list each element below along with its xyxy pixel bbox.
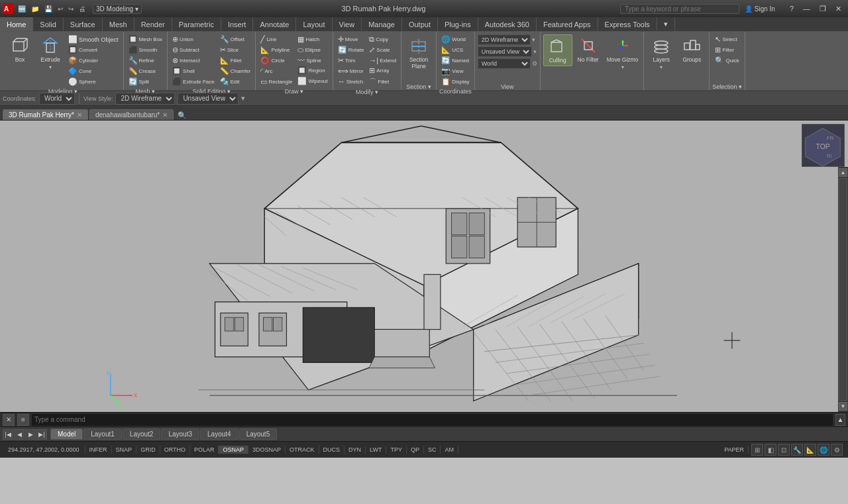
undo-button[interactable]: ↩: [56, 5, 65, 13]
print-button[interactable]: 🖨: [77, 5, 87, 13]
help-button[interactable]: ?: [786, 4, 798, 14]
box-button[interactable]: Box: [5, 34, 34, 65]
tab-annotate[interactable]: Annotate: [253, 17, 296, 31]
coord-btn5[interactable]: 📋Display: [439, 77, 471, 87]
scroll-up-btn[interactable]: ▲: [839, 168, 847, 177]
section-plane-button[interactable]: SectionPlane: [404, 34, 433, 72]
status-qp[interactable]: QP: [407, 446, 424, 454]
line-btn[interactable]: ╱Line: [258, 34, 294, 44]
copy-btn[interactable]: ⧉Copy: [367, 34, 398, 44]
trim-btn[interactable]: ✂Trim: [336, 56, 366, 66]
solid-edit-btn4[interactable]: 📏Chamfer: [218, 66, 253, 76]
extend-btn[interactable]: →|Extend: [367, 56, 398, 65]
layout-tab-layout2[interactable]: Layout2: [123, 428, 161, 440]
tab-expand[interactable]: ▾: [657, 17, 675, 31]
command-input[interactable]: [32, 414, 833, 426]
layout-tab-layout4[interactable]: Layout4: [200, 428, 238, 440]
mesh-btn5[interactable]: 🔄Split: [127, 77, 165, 87]
groups-button[interactable]: Groups: [677, 34, 706, 65]
paper-space[interactable]: PAPER: [720, 446, 749, 454]
mesh-btn1[interactable]: 🔲Mesh Box: [127, 34, 165, 44]
solid-edit-btn3[interactable]: 📐Fillet: [218, 56, 253, 66]
union-btn[interactable]: ⊕Union: [170, 34, 217, 44]
doc-tab-close-active[interactable]: ✕: [77, 111, 82, 119]
mesh-btn4[interactable]: ✏️Crease: [127, 66, 165, 76]
layout-nav-prev[interactable]: ◀: [14, 429, 25, 440]
redo-button[interactable]: ↪: [66, 5, 76, 13]
status-infer[interactable]: INFER: [85, 446, 112, 454]
status-3dosnap[interactable]: 3DOSNAP: [248, 446, 286, 454]
wipeout-btn[interactable]: ⬜Wipeout: [295, 76, 329, 86]
extrude-dropdown[interactable]: ▾: [48, 64, 53, 70]
tab-plugins[interactable]: Plug-ins: [438, 17, 478, 31]
tab-home[interactable]: Home: [0, 17, 33, 31]
status-icon-3[interactable]: ⊡: [778, 444, 790, 456]
coord-btn4[interactable]: 📷View: [439, 66, 471, 76]
polyline-btn[interactable]: 📐Polyline: [258, 45, 294, 55]
saved-view-select[interactable]: Unsaved View Top Front: [478, 46, 532, 57]
scroll-down-btn[interactable]: ▼: [839, 402, 847, 411]
mesh-btn3[interactable]: 🔧Refine: [127, 56, 165, 66]
sel-btn3[interactable]: 🔍Quick: [713, 56, 741, 66]
convert-btn1[interactable]: 🔲 Convert: [66, 45, 121, 55]
status-otrack[interactable]: OTRACK: [286, 446, 319, 454]
save-button[interactable]: 💾: [42, 5, 54, 13]
tab-render[interactable]: Render: [134, 17, 172, 31]
status-ducs[interactable]: DUCS: [319, 446, 345, 454]
culling-button[interactable]: Culling: [543, 34, 572, 66]
scroll-track[interactable]: [839, 178, 847, 401]
view-style-select[interactable]: 2D Wireframe 3D Wireframe Realistic: [478, 34, 531, 45]
tab-manage[interactable]: Manage: [362, 17, 402, 31]
status-sc[interactable]: SC: [424, 446, 441, 454]
coord-btn3[interactable]: 🔄Named: [439, 56, 471, 66]
intersect-btn[interactable]: ⊗Intersect: [170, 56, 217, 66]
scale-btn[interactable]: ⤢Scale: [367, 45, 398, 55]
rect-btn[interactable]: ▭Rectangle: [258, 77, 294, 87]
layout-nav-next[interactable]: ▶: [25, 429, 36, 440]
status-grid[interactable]: GRID: [136, 446, 160, 454]
coord-display-btn[interactable]: ⚙: [532, 60, 537, 67]
status-icon-2[interactable]: ◧: [765, 444, 776, 456]
open-button[interactable]: 📁: [29, 5, 41, 13]
gizmo-dropdown[interactable]: ▾: [620, 64, 625, 70]
ellipse-btn[interactable]: ⬭Ellipse: [295, 45, 329, 55]
coord-system-select[interactable]: World: [39, 93, 75, 105]
extrude-face-btn[interactable]: ⬛Extrude Face: [170, 77, 217, 87]
coord-display-select[interactable]: World: [478, 58, 531, 69]
stretch-btn[interactable]: ↔Stretch: [336, 77, 366, 86]
tab-layout[interactable]: Layout: [296, 17, 332, 31]
tab-view[interactable]: View: [333, 17, 362, 31]
move-gizmo-button[interactable]: Move Gizmo ▾: [604, 34, 641, 72]
tab-express[interactable]: Express Tools: [598, 17, 657, 31]
tab-solid[interactable]: Solid: [33, 17, 63, 31]
sel-btn2[interactable]: ⊞Filter: [713, 45, 741, 55]
region-btn[interactable]: 🔲Region: [295, 66, 329, 76]
layout-tab-layout3[interactable]: Layout3: [161, 428, 199, 440]
solid-edit-btn1[interactable]: 🔧Offset: [218, 34, 253, 44]
status-icon-6[interactable]: 🌐: [818, 444, 829, 456]
status-lwt[interactable]: LWT: [366, 446, 386, 454]
tab-mesh[interactable]: Mesh: [103, 17, 134, 31]
coord-btn2[interactable]: 📐UCS: [439, 45, 471, 55]
restore-button[interactable]: ❐: [816, 4, 830, 14]
status-am[interactable]: AM: [441, 446, 458, 454]
solid-edit-btn2[interactable]: ✂Slice: [218, 45, 253, 55]
arc-btn[interactable]: ◜Arc: [258, 66, 294, 76]
doc-tab-denah[interactable]: denahawalbantubaru* ✕: [89, 109, 174, 120]
layers-dropdown[interactable]: ▾: [659, 64, 664, 70]
smooth-object-button[interactable]: ⬜ Smooth Object: [66, 34, 121, 44]
status-snap[interactable]: SNAP: [112, 446, 137, 454]
command-expand-btn[interactable]: ▲: [835, 414, 845, 426]
status-tpy[interactable]: TPY: [386, 446, 407, 454]
status-dyn[interactable]: DYN: [344, 446, 366, 454]
status-icon-1[interactable]: ⊞: [751, 444, 763, 456]
doc-tab-3d-rumah[interactable]: 3D Rumah Pak Herry* ✕: [3, 109, 88, 120]
view-style-opt-select[interactable]: 2D Wireframe: [115, 93, 175, 105]
saved-view-opt-select[interactable]: Unsaved View: [178, 93, 238, 105]
new-button[interactable]: 🆕: [16, 5, 28, 13]
hatch-btn[interactable]: ▦Hatch: [295, 34, 329, 44]
coord-btn1[interactable]: 🌐World: [439, 34, 471, 44]
mirror-btn[interactable]: ⟺Mirror: [336, 66, 366, 76]
convert-btn3[interactable]: 🔷 Cone: [66, 66, 121, 76]
rotate-btn[interactable]: 🔄Rotate: [336, 45, 366, 55]
